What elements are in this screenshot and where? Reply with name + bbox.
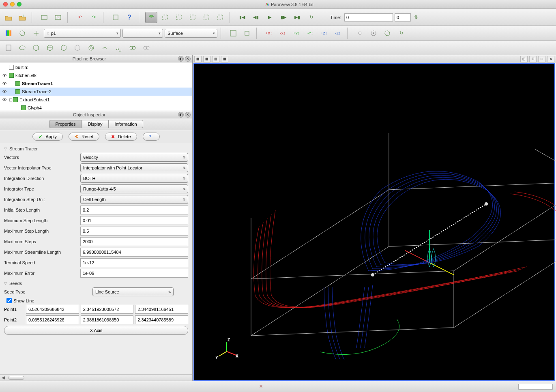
loop-icon[interactable]: ↻: [305, 12, 317, 23]
inspector-close-icon[interactable]: ✕: [185, 112, 191, 118]
show-center-icon[interactable]: ⊕: [354, 28, 366, 39]
warp-icon[interactable]: [113, 42, 125, 54]
last-frame-icon[interactable]: ▶▮: [291, 12, 303, 23]
delete-button[interactable]: ✖Delete: [105, 133, 137, 141]
minus-y-icon[interactable]: -Y↕: [304, 28, 316, 39]
prev-frame-icon[interactable]: ◀▮: [250, 12, 262, 23]
group-icon[interactable]: [127, 42, 139, 54]
minus-z-icon[interactable]: -Z↕: [332, 28, 344, 39]
unit-select[interactable]: Cell Length: [80, 195, 188, 204]
pick-center-icon[interactable]: [367, 28, 380, 39]
maximize-view-icon[interactable]: □: [538, 56, 545, 62]
pipeline-tree[interactable]: builtin: 👁kitchen.vtk 👁StreamTracer1 👁St…: [0, 62, 192, 111]
scalar-select[interactable]: ○p1: [44, 29, 121, 38]
term-input[interactable]: [80, 258, 188, 267]
plus-x-icon[interactable]: +X↕: [263, 28, 275, 39]
render-view[interactable]: X Y Z: [193, 63, 555, 381]
save-state-icon[interactable]: [16, 12, 28, 23]
tree-row-streamtracer1[interactable]: 👁StreamTracer1: [0, 79, 192, 88]
time-value-input[interactable]: [344, 13, 393, 21]
select-block-icon[interactable]: [214, 12, 226, 23]
tab-display[interactable]: Display: [82, 120, 109, 128]
cancel-progress-icon[interactable]: ✕: [258, 384, 264, 390]
point2-y[interactable]: [81, 315, 134, 324]
reset-camera-icon[interactable]: [227, 28, 239, 39]
point2-z[interactable]: [135, 315, 188, 324]
representation-select[interactable]: Surface: [165, 29, 217, 38]
inspector-float-icon[interactable]: ◧: [178, 112, 184, 118]
tree-row-extractsubset[interactable]: 👁⊟ExtractSubset1: [0, 96, 192, 104]
zoom-window[interactable]: [17, 2, 21, 6]
view-tab-icon-1[interactable]: ▦: [194, 56, 202, 62]
threshold-icon[interactable]: [58, 42, 70, 54]
pipeline-float-icon[interactable]: ◧: [178, 56, 184, 62]
minimize-window[interactable]: [10, 2, 15, 6]
close-view-icon[interactable]: ✕: [547, 56, 554, 62]
glyph-icon[interactable]: [85, 42, 97, 54]
inspector-help-button[interactable]: ?: [143, 133, 160, 141]
extract-icon[interactable]: [71, 42, 84, 54]
zoom-to-data-icon[interactable]: [241, 28, 253, 39]
dir-select[interactable]: BOTH: [80, 174, 188, 183]
tree-row-streamtracer2[interactable]: 👁StreamTracer2: [0, 88, 192, 96]
tree-row-glyph4[interactable]: Glyph4: [0, 104, 192, 111]
select-cells-icon[interactable]: [173, 12, 185, 23]
select-frustum-icon[interactable]: [187, 12, 199, 23]
view-tab-icon-4[interactable]: ▦: [221, 56, 228, 62]
open-file-icon[interactable]: [2, 12, 15, 23]
undo-icon[interactable]: ↶: [74, 12, 86, 23]
stream-tracer-icon[interactable]: [99, 42, 111, 54]
first-frame-icon[interactable]: ▮◀: [236, 12, 248, 23]
rotate-icon[interactable]: ↻: [395, 28, 407, 39]
tree-row-kitchen[interactable]: 👁kitchen.vtk: [0, 71, 192, 79]
minus-x-icon[interactable]: -X↕: [277, 28, 289, 39]
reset-button[interactable]: ⟲Reset: [69, 133, 99, 141]
interp-select[interactable]: Interpolator with Point Locator: [80, 163, 188, 172]
split-v-icon[interactable]: ⊟: [529, 56, 537, 62]
init-input[interactable]: [80, 206, 188, 214]
clip-icon[interactable]: [30, 42, 42, 54]
split-h-icon[interactable]: ◫: [520, 56, 528, 62]
select-points-icon[interactable]: [159, 12, 171, 23]
tab-information[interactable]: Information: [109, 120, 143, 128]
maxstep-input[interactable]: [80, 227, 188, 236]
colormap-icon[interactable]: [2, 28, 15, 39]
point1-z[interactable]: [135, 305, 188, 314]
min-input[interactable]: [80, 216, 188, 225]
itype-select[interactable]: Runge-Kutta 4-5: [80, 184, 188, 193]
component-select[interactable]: [122, 29, 163, 38]
time-index-input[interactable]: [395, 13, 411, 21]
plus-z-icon[interactable]: +Z↕: [318, 28, 330, 39]
next-frame-icon[interactable]: ▮▶: [277, 12, 290, 23]
pipeline-close-icon[interactable]: ✕: [185, 56, 191, 62]
point1-x[interactable]: [26, 305, 79, 314]
apply-button[interactable]: ✔Apply: [32, 133, 63, 141]
rescale-icon[interactable]: [16, 28, 28, 39]
view-tab-icon-2[interactable]: ▦: [203, 56, 210, 62]
apply-icon[interactable]: [109, 12, 122, 23]
extract-group-icon[interactable]: [140, 42, 152, 54]
plus-y-icon[interactable]: +Y↕: [290, 28, 303, 39]
disconnect-icon[interactable]: [52, 12, 64, 23]
reset-center-icon[interactable]: [381, 28, 393, 39]
edit-color-icon[interactable]: [30, 28, 42, 39]
help-icon[interactable]: ?: [123, 12, 135, 23]
len-input[interactable]: [80, 248, 188, 257]
showline-checkbox[interactable]: Show Line: [6, 298, 188, 303]
play-icon[interactable]: ▶: [264, 12, 276, 23]
inspector-hscroll[interactable]: ◀: [0, 374, 192, 381]
select-surface-icon[interactable]: [145, 12, 157, 23]
group-seeds[interactable]: ▽Seeds: [4, 278, 188, 287]
connect-icon[interactable]: [38, 12, 50, 23]
select-through-icon[interactable]: [200, 12, 213, 23]
contour-icon[interactable]: [16, 42, 28, 54]
point2-x[interactable]: [26, 315, 79, 324]
redo-icon[interactable]: ↷: [88, 12, 100, 23]
x-axis-button[interactable]: X Axis: [4, 326, 188, 335]
tab-properties[interactable]: Properties: [49, 120, 82, 128]
time-spinner-icon[interactable]: ⇅: [412, 12, 419, 23]
calculator-icon[interactable]: [2, 42, 15, 54]
err-input[interactable]: [80, 269, 188, 278]
point1-y[interactable]: [81, 305, 134, 314]
tree-row-builtin[interactable]: builtin:: [0, 63, 192, 71]
